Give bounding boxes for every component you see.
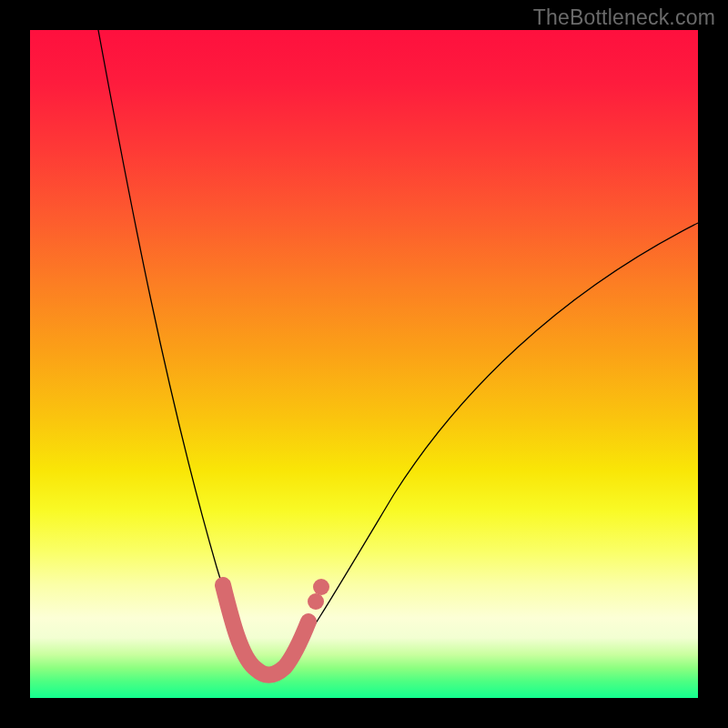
marker-dot-upper-2 xyxy=(313,579,329,595)
plot-area xyxy=(30,30,698,698)
highlight-segment xyxy=(223,585,308,675)
curve-layer xyxy=(30,30,698,698)
watermark-text: TheBottleneck.com xyxy=(533,5,715,30)
marker-dot-upper xyxy=(308,593,324,610)
bottleneck-curve xyxy=(98,30,698,675)
chart-frame: TheBottleneck.com xyxy=(0,0,728,728)
